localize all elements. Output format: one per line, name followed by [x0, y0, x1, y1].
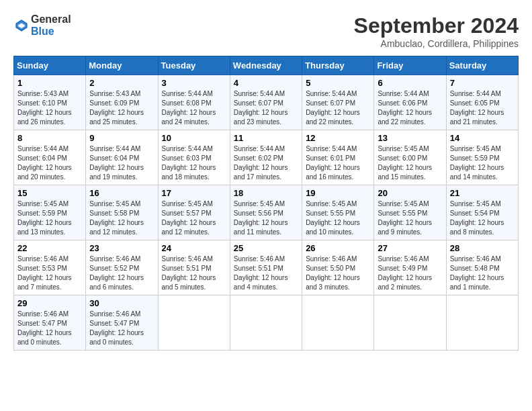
day-cell-15: 15Sunrise: 5:45 AMSunset: 5:59 PMDayligh…: [14, 185, 86, 240]
day-number-28: 28: [450, 243, 515, 253]
calendar-week-5: 29Sunrise: 5:46 AMSunset: 5:47 PMDayligh…: [14, 295, 519, 351]
day-cell-16: 16Sunrise: 5:45 AMSunset: 5:58 PMDayligh…: [86, 185, 158, 240]
day-detail-7: Sunrise: 5:44 AMSunset: 6:05 PMDaylight:…: [450, 89, 515, 127]
empty-cell: [230, 295, 302, 351]
day-detail-18: Sunrise: 5:45 AMSunset: 5:56 PMDaylight:…: [234, 199, 298, 237]
empty-cell: [302, 295, 374, 351]
day-detail-13: Sunrise: 5:45 AMSunset: 6:00 PMDaylight:…: [378, 144, 442, 182]
day-detail-30: Sunrise: 5:46 AMSunset: 5:47 PMDaylight:…: [89, 310, 154, 347]
day-cell-20: 20Sunrise: 5:45 AMSunset: 5:55 PMDayligh…: [374, 185, 446, 240]
logo: General Blue: [13, 13, 71, 38]
day-cell-8: 8Sunrise: 5:44 AMSunset: 6:04 PMDaylight…: [14, 130, 86, 185]
column-header-wednesday: Wednesday: [230, 56, 302, 75]
column-header-sunday: Sunday: [14, 56, 86, 75]
day-detail-29: Sunrise: 5:46 AMSunset: 5:47 PMDaylight:…: [17, 310, 82, 347]
day-detail-20: Sunrise: 5:45 AMSunset: 5:55 PMDaylight:…: [378, 199, 442, 237]
day-detail-12: Sunrise: 5:44 AMSunset: 6:01 PMDaylight:…: [306, 144, 370, 182]
empty-cell: [374, 295, 446, 351]
day-cell-18: 18Sunrise: 5:45 AMSunset: 5:56 PMDayligh…: [230, 185, 302, 240]
day-number-7: 7: [450, 78, 515, 88]
day-detail-2: Sunrise: 5:43 AMSunset: 6:09 PMDaylight:…: [89, 89, 154, 127]
day-cell-26: 26Sunrise: 5:46 AMSunset: 5:50 PMDayligh…: [302, 240, 374, 295]
day-cell-10: 10Sunrise: 5:44 AMSunset: 6:03 PMDayligh…: [158, 130, 230, 185]
generalblue-logo-icon: [15, 19, 28, 32]
day-cell-28: 28Sunrise: 5:46 AMSunset: 5:48 PMDayligh…: [446, 240, 518, 295]
day-cell-4: 4Sunrise: 5:44 AMSunset: 6:07 PMDaylight…: [230, 75, 302, 130]
day-number-27: 27: [378, 243, 442, 253]
day-detail-4: Sunrise: 5:44 AMSunset: 6:07 PMDaylight:…: [234, 89, 298, 127]
day-cell-29: 29Sunrise: 5:46 AMSunset: 5:47 PMDayligh…: [14, 295, 86, 351]
day-cell-5: 5Sunrise: 5:44 AMSunset: 6:07 PMDaylight…: [302, 75, 374, 130]
day-number-14: 14: [450, 133, 515, 143]
day-number-2: 2: [89, 78, 154, 88]
days-header-row: SundayMondayTuesdayWednesdayThursdayFrid…: [14, 56, 519, 75]
day-cell-13: 13Sunrise: 5:45 AMSunset: 6:00 PMDayligh…: [374, 130, 446, 185]
day-detail-6: Sunrise: 5:44 AMSunset: 6:06 PMDaylight:…: [378, 89, 442, 127]
day-number-12: 12: [306, 133, 370, 143]
day-number-1: 1: [17, 78, 82, 88]
logo-text: General Blue: [31, 13, 71, 38]
calendar-week-3: 15Sunrise: 5:45 AMSunset: 5:59 PMDayligh…: [14, 185, 519, 240]
day-number-19: 19: [306, 188, 370, 198]
day-detail-24: Sunrise: 5:46 AMSunset: 5:51 PMDaylight:…: [162, 255, 226, 292]
day-cell-14: 14Sunrise: 5:45 AMSunset: 5:59 PMDayligh…: [446, 130, 518, 185]
day-cell-7: 7Sunrise: 5:44 AMSunset: 6:05 PMDaylight…: [446, 75, 518, 130]
day-cell-27: 27Sunrise: 5:46 AMSunset: 5:49 PMDayligh…: [374, 240, 446, 295]
title-area: September 2024 Ambuclao, Cordillera, Phi…: [354, 13, 519, 49]
day-number-18: 18: [234, 188, 298, 198]
day-number-16: 16: [89, 188, 154, 198]
day-number-26: 26: [306, 243, 370, 253]
day-number-10: 10: [162, 133, 226, 143]
day-number-4: 4: [234, 78, 298, 88]
day-number-30: 30: [89, 298, 154, 308]
day-detail-14: Sunrise: 5:45 AMSunset: 5:59 PMDaylight:…: [450, 144, 515, 182]
calendar-week-1: 1Sunrise: 5:43 AMSunset: 6:10 PMDaylight…: [14, 75, 519, 130]
day-cell-12: 12Sunrise: 5:44 AMSunset: 6:01 PMDayligh…: [302, 130, 374, 185]
day-detail-11: Sunrise: 5:44 AMSunset: 6:02 PMDaylight:…: [234, 144, 298, 182]
day-detail-5: Sunrise: 5:44 AMSunset: 6:07 PMDaylight:…: [306, 89, 370, 127]
calendar-week-2: 8Sunrise: 5:44 AMSunset: 6:04 PMDaylight…: [14, 130, 519, 185]
day-detail-19: Sunrise: 5:45 AMSunset: 5:55 PMDaylight:…: [306, 199, 370, 237]
day-detail-27: Sunrise: 5:46 AMSunset: 5:49 PMDaylight:…: [378, 255, 442, 292]
day-number-22: 22: [17, 243, 82, 253]
day-detail-16: Sunrise: 5:45 AMSunset: 5:58 PMDaylight:…: [89, 199, 154, 237]
day-detail-23: Sunrise: 5:46 AMSunset: 5:52 PMDaylight:…: [89, 255, 154, 292]
column-header-friday: Friday: [374, 56, 446, 75]
day-detail-1: Sunrise: 5:43 AMSunset: 6:10 PMDaylight:…: [17, 89, 82, 127]
calendar-title: September 2024: [354, 13, 519, 38]
day-cell-19: 19Sunrise: 5:45 AMSunset: 5:55 PMDayligh…: [302, 185, 374, 240]
day-cell-25: 25Sunrise: 5:46 AMSunset: 5:51 PMDayligh…: [230, 240, 302, 295]
day-detail-26: Sunrise: 5:46 AMSunset: 5:50 PMDaylight:…: [306, 255, 370, 292]
day-detail-21: Sunrise: 5:45 AMSunset: 5:54 PMDaylight:…: [450, 199, 515, 237]
day-cell-1: 1Sunrise: 5:43 AMSunset: 6:10 PMDaylight…: [14, 75, 86, 130]
empty-cell: [158, 295, 230, 351]
day-cell-17: 17Sunrise: 5:45 AMSunset: 5:57 PMDayligh…: [158, 185, 230, 240]
day-number-25: 25: [234, 243, 298, 253]
day-number-24: 24: [162, 243, 226, 253]
calendar-subtitle: Ambuclao, Cordillera, Philippines: [354, 38, 519, 49]
header: General Blue September 2024 Ambuclao, Co…: [13, 13, 519, 49]
day-cell-23: 23Sunrise: 5:46 AMSunset: 5:52 PMDayligh…: [86, 240, 158, 295]
day-number-21: 21: [450, 188, 515, 198]
day-detail-3: Sunrise: 5:44 AMSunset: 6:08 PMDaylight:…: [162, 89, 226, 127]
day-cell-11: 11Sunrise: 5:44 AMSunset: 6:02 PMDayligh…: [230, 130, 302, 185]
day-number-20: 20: [378, 188, 442, 198]
day-cell-3: 3Sunrise: 5:44 AMSunset: 6:08 PMDaylight…: [158, 75, 230, 130]
day-number-11: 11: [234, 133, 298, 143]
day-number-17: 17: [162, 188, 226, 198]
day-detail-8: Sunrise: 5:44 AMSunset: 6:04 PMDaylight:…: [17, 144, 82, 182]
day-number-9: 9: [89, 133, 154, 143]
day-number-5: 5: [306, 78, 370, 88]
day-detail-28: Sunrise: 5:46 AMSunset: 5:48 PMDaylight:…: [450, 255, 515, 292]
calendar-table: SundayMondayTuesdayWednesdayThursdayFrid…: [13, 56, 519, 351]
day-number-13: 13: [378, 133, 442, 143]
day-cell-9: 9Sunrise: 5:44 AMSunset: 6:04 PMDaylight…: [86, 130, 158, 185]
day-detail-10: Sunrise: 5:44 AMSunset: 6:03 PMDaylight:…: [162, 144, 226, 182]
day-number-29: 29: [17, 298, 82, 308]
day-cell-21: 21Sunrise: 5:45 AMSunset: 5:54 PMDayligh…: [446, 185, 518, 240]
day-number-23: 23: [89, 243, 154, 253]
day-detail-17: Sunrise: 5:45 AMSunset: 5:57 PMDaylight:…: [162, 199, 226, 237]
day-cell-24: 24Sunrise: 5:46 AMSunset: 5:51 PMDayligh…: [158, 240, 230, 295]
day-cell-6: 6Sunrise: 5:44 AMSunset: 6:06 PMDaylight…: [374, 75, 446, 130]
column-header-monday: Monday: [86, 56, 158, 75]
